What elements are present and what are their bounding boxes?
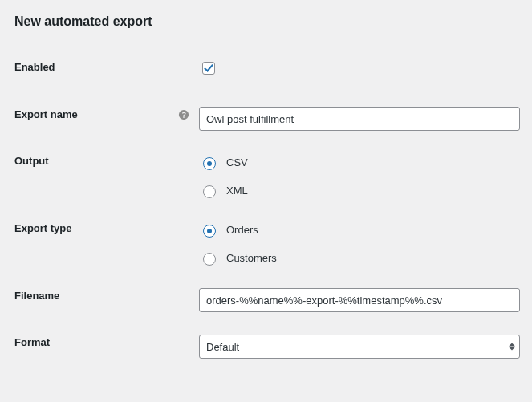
- row-output: Output CSV XML: [14, 142, 518, 209]
- settings-form: New automated export Enabled Export name…: [0, 0, 532, 384]
- field-col: Default: [199, 335, 520, 359]
- row-export-type: Export type Orders Customers: [14, 209, 518, 277]
- help-icon[interactable]: [178, 109, 189, 120]
- field-col: Orders Customers: [199, 221, 518, 266]
- filename-label: Filename: [14, 290, 59, 302]
- export-name-label: Export name: [14, 108, 78, 120]
- export-type-customers-radio[interactable]: [203, 253, 216, 266]
- enabled-label: Enabled: [14, 61, 55, 73]
- radio-item: XML: [199, 183, 518, 198]
- format-select[interactable]: Default: [199, 335, 520, 359]
- label-col: Enabled: [14, 59, 199, 73]
- select-wrap: Default: [199, 335, 520, 359]
- label-col: Export name: [14, 107, 199, 120]
- row-export-name: Export name: [14, 95, 518, 142]
- radio-item: Orders: [199, 222, 518, 238]
- page-title: New automated export: [14, 14, 518, 29]
- radio-item: Customers: [199, 250, 518, 266]
- field-col: [199, 59, 518, 79]
- label-col: Output: [14, 153, 199, 167]
- row-enabled: Enabled: [14, 43, 518, 95]
- field-col: [199, 107, 520, 131]
- field-col: [199, 288, 520, 312]
- format-label: Format: [14, 336, 50, 348]
- output-xml-radio[interactable]: [203, 185, 216, 198]
- export-type-orders-label[interactable]: Orders: [226, 224, 258, 236]
- export-type-customers-label[interactable]: Customers: [226, 252, 277, 264]
- output-csv-radio[interactable]: [203, 157, 216, 170]
- export-type-label: Export type: [14, 222, 72, 234]
- output-label: Output: [14, 155, 49, 167]
- export-name-input[interactable]: [199, 107, 520, 131]
- output-xml-label[interactable]: XML: [226, 185, 248, 197]
- row-filename: Filename: [14, 277, 518, 323]
- export-type-orders-radio[interactable]: [203, 225, 216, 238]
- output-csv-label[interactable]: CSV: [226, 156, 248, 169]
- export-type-radio-group: Orders Customers: [199, 221, 518, 266]
- field-col: CSV XML: [199, 153, 518, 198]
- label-col: Filename: [14, 288, 199, 302]
- label-col: Export type: [14, 221, 199, 234]
- radio-item: CSV: [199, 155, 518, 170]
- filename-input[interactable]: [199, 288, 520, 312]
- label-col: Format: [14, 335, 199, 348]
- row-format: Format Default: [14, 323, 518, 370]
- output-radio-group: CSV XML: [199, 153, 518, 198]
- enabled-checkbox[interactable]: [202, 62, 215, 75]
